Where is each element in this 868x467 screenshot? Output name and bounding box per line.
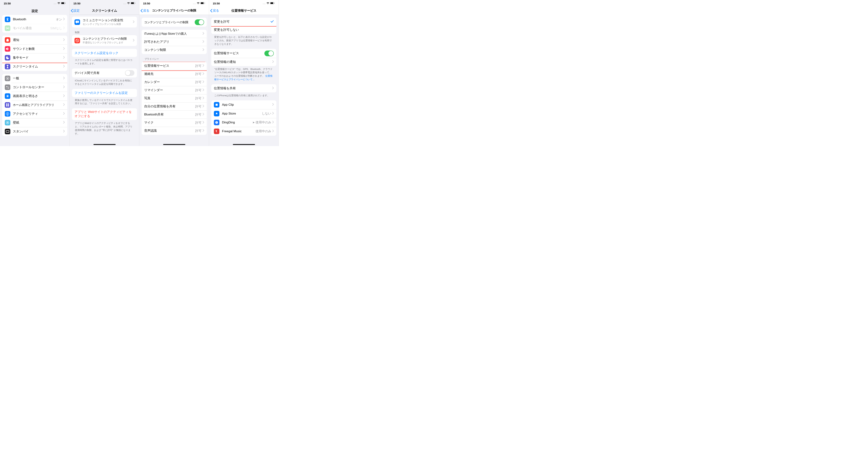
cell-turn-off-activity[interactable]: アプリと Webサイトのアクティビティをオフにする <box>72 108 137 120</box>
chevron-right-icon <box>63 130 65 133</box>
cell-location-services-toggle[interactable]: 位置情報サービス <box>211 49 276 58</box>
location-content[interactable]: 変更を許可 変更を許可しない 変更を許可しないと、以下に表示されている設定がロッ… <box>209 15 279 146</box>
cell-bluetooth[interactable]: Bluetooth オン <box>2 15 67 24</box>
cell-app-location[interactable]: App Storeしない <box>211 109 276 118</box>
svg-rect-29 <box>271 2 273 4</box>
section-header-privacy: プライバシー <box>140 54 209 62</box>
cell-content-restrictions[interactable]: コンテンツ制限 <box>142 46 207 54</box>
cell-wallpaper[interactable]: 壁紙 <box>2 118 67 127</box>
status-time: 15:50 <box>73 2 81 5</box>
cell-focus[interactable]: 集中モード <box>2 53 67 62</box>
wifi-icon <box>127 2 130 5</box>
cell-screentime[interactable]: スクリーンタイム <box>2 62 67 71</box>
back-button[interactable]: 戻る <box>141 8 149 13</box>
home-indicator[interactable] <box>233 144 255 145</box>
cell-privacy-item[interactable]: Bluetooth共有許可 <box>142 111 207 119</box>
bluetooth-icon <box>5 17 10 22</box>
chevron-right-icon <box>133 39 134 42</box>
cell-app-location[interactable]: App Clip <box>211 100 276 109</box>
cp-content[interactable]: コンテンツとプライバシーの制限 iTunesおよびApp Storeでの購入 許… <box>140 15 209 146</box>
chevron-right-icon <box>63 26 65 30</box>
cell-itunes-purchase[interactable]: iTunesおよびApp Storeでの購入 <box>142 30 207 38</box>
cell-homescreen[interactable]: ホーム画面とアプリライブラリ <box>2 100 67 109</box>
switch-cp-restrictions[interactable] <box>195 19 204 25</box>
chevron-right-icon <box>203 80 204 84</box>
cell-privacy-item[interactable]: カレンダー許可 <box>142 78 207 86</box>
cell-cellular[interactable]: モバイル通信 SIMなし <box>2 24 67 33</box>
chevron-right-icon <box>272 129 274 133</box>
chevron-right-icon <box>203 129 204 133</box>
cell-privacy-item[interactable]: マイク許可 <box>142 119 207 127</box>
cell-accessibility[interactable]: アクセシビリティ <box>2 109 67 118</box>
chevron-right-icon <box>63 94 65 98</box>
switch-share-devices[interactable] <box>125 70 134 76</box>
hourglass-icon <box>5 64 10 69</box>
svg-point-4 <box>7 78 8 79</box>
home-indicator[interactable] <box>163 144 185 145</box>
cell-privacy-item[interactable]: 位置情報サービス許可 <box>142 62 207 70</box>
cell-app-location[interactable]: DingDing➤使用中のみ <box>211 118 276 127</box>
chevron-right-icon <box>63 121 65 124</box>
cell-content-privacy[interactable]: コンテンツとプライバシーの制限 不適切なコンテンツをブロックします <box>72 35 137 46</box>
footer-share-location: このiPhoneは位置情報の共有に使用されています。 <box>209 92 279 97</box>
footer-lock: スクリーンタイムの設定を厳重に管理するにはパスコードを使用します。 <box>70 57 139 65</box>
cell-notifications[interactable]: 通知 <box>2 36 67 45</box>
svg-rect-19 <box>6 131 9 132</box>
status-bar: 15:50 .... <box>209 0 279 7</box>
cell-standby[interactable]: スタンバイ <box>2 127 67 136</box>
cell-share-my-location[interactable]: 位置情報を共有 <box>211 84 276 92</box>
svg-rect-2 <box>65 3 66 3</box>
chevron-right-icon <box>63 85 65 89</box>
chevron-right-icon <box>203 48 204 52</box>
svg-point-15 <box>7 113 8 113</box>
cell-family-screentime[interactable]: ファミリーのスクリーンタイムを設定 <box>72 89 137 97</box>
cell-lock-settings[interactable]: スクリーンタイム設定をロック <box>72 49 137 57</box>
cell-privacy-item[interactable]: 写真許可 <box>142 94 207 103</box>
screentime-content[interactable]: ! コミュニケーションの安全性 センシティブなコンテンツから保護 制限 コンテン… <box>70 15 139 146</box>
cell-location-notifications[interactable]: 位置情報の通知 <box>211 58 276 66</box>
footer-share: iCloudにサインインしているデバイスでこれを有効にするとスクリーンタイム設定… <box>70 78 139 86</box>
chevron-right-icon <box>203 72 204 76</box>
cell-allowed-apps[interactable]: 許可されたアプリ <box>142 38 207 46</box>
chevron-right-icon <box>203 40 204 44</box>
cell-share-across-devices[interactable]: デバイス間で共有 <box>72 68 137 78</box>
svg-point-3 <box>7 28 8 29</box>
chevron-right-icon <box>63 77 65 80</box>
back-button[interactable]: 戻る <box>210 8 219 13</box>
screen-content-privacy: 15:50 .... 戻る コンテンツとプライバシーの制限 コンテンツとプライバ… <box>140 0 209 146</box>
cell-sounds[interactable]: サウンドと触覚 <box>2 45 67 53</box>
svg-rect-1 <box>61 2 64 4</box>
status-right: .... <box>54 2 66 5</box>
chevron-right-icon <box>63 112 65 116</box>
app-icon <box>214 111 219 116</box>
back-button[interactable]: 設定 <box>71 8 80 13</box>
cell-comm-safety[interactable]: ! コミュニケーションの安全性 センシティブなコンテンツから保護 <box>72 17 137 28</box>
status-time: 15:50 <box>4 2 11 5</box>
cell-general[interactable]: 一般 <box>2 74 67 83</box>
cell-privacy-item[interactable]: 自分の位置情報を共有許可 <box>142 103 207 111</box>
chevron-right-icon <box>63 103 65 107</box>
footer-allow-changes: 変更を許可しないと、以下に表示されている設定がロックされ、新規アプリでは位置情報… <box>209 34 279 46</box>
app-icon <box>214 120 219 125</box>
cell-disallow-changes[interactable]: 変更を許可しない <box>211 26 276 34</box>
cell-allow-changes[interactable]: 変更を許可 <box>211 18 276 26</box>
cell-app-location[interactable]: Freegal Music使用中のみ <box>211 127 276 136</box>
svg-rect-27 <box>205 3 205 3</box>
chevron-right-icon <box>63 38 65 42</box>
cell-privacy-item[interactable]: 音声認識許可 <box>142 127 207 135</box>
chevron-right-icon <box>203 96 204 100</box>
cell-privacy-item[interactable]: 連絡先許可 <box>142 70 207 78</box>
home-indicator[interactable] <box>93 144 116 145</box>
chevron-right-icon <box>203 88 204 92</box>
wifi-icon <box>267 2 269 5</box>
wifi-icon <box>57 2 60 5</box>
cell-control-center[interactable]: コントロールセンター <box>2 83 67 92</box>
bell-icon <box>5 37 10 43</box>
status-time: 15:50 <box>143 2 150 5</box>
cell-privacy-item[interactable]: リマインダー許可 <box>142 86 207 94</box>
cell-cp-toggle[interactable]: コンテンツとプライバシーの制限 <box>142 18 207 27</box>
settings-content[interactable]: Bluetooth オン モバイル通信 SIMなし 通知 サウンドと触覚 <box>0 15 69 146</box>
cell-display[interactable]: 画面表示と明るさ <box>2 92 67 100</box>
standby-icon <box>5 129 10 134</box>
switch-location-services[interactable] <box>265 51 274 56</box>
